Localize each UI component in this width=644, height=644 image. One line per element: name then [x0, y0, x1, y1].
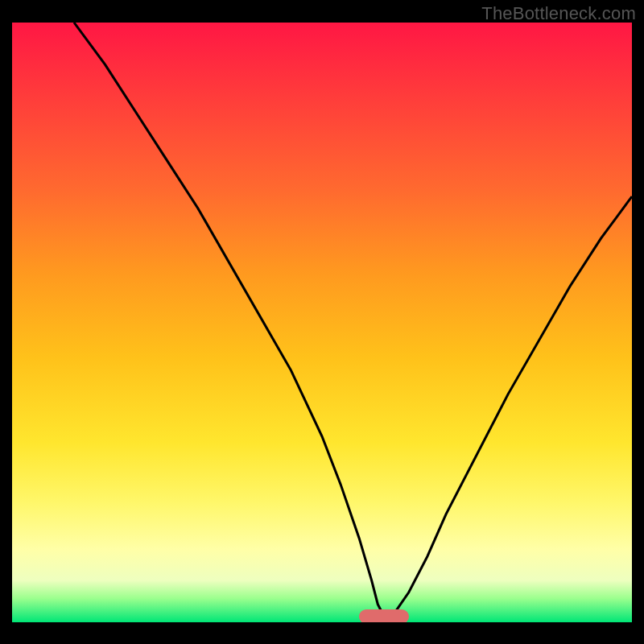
plot-area — [12, 23, 632, 622]
chart-frame: TheBottleneck.com — [0, 0, 644, 644]
minimum-marker — [359, 609, 409, 622]
bottleneck-curve — [74, 23, 632, 617]
curve-svg — [12, 23, 632, 622]
watermark-text: TheBottleneck.com — [481, 3, 636, 24]
